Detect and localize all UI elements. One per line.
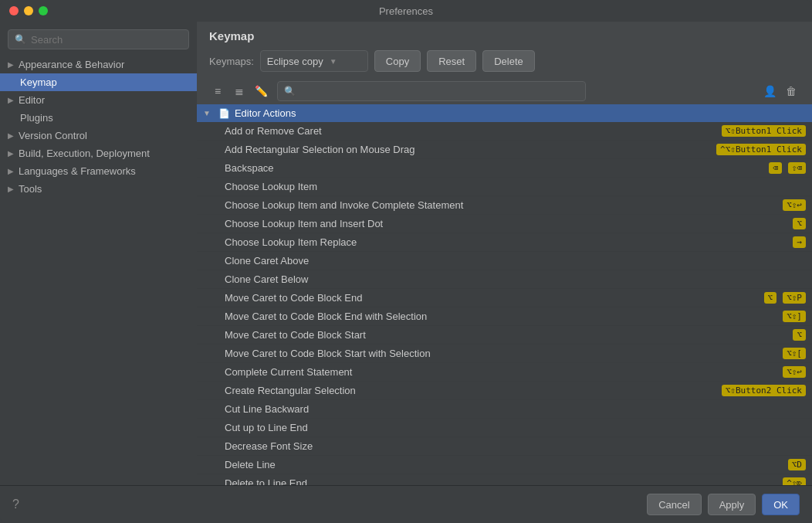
shortcut-group: ^⇧⌦ bbox=[780, 477, 806, 485]
main-header: Keymap Keymaps: Eclipse copy ▼ Copy Rese… bbox=[197, 22, 812, 78]
table-row[interactable]: Create Rectangular Selection ⌥⇧Button2 C… bbox=[197, 382, 812, 400]
content-area: 🔍 ▶ Appearance & Behavior Keymap ▶ Edito… bbox=[0, 22, 812, 485]
shortcut-search-box[interactable]: 🔍 bbox=[277, 81, 586, 101]
footer: ? Cancel Apply OK bbox=[0, 485, 812, 523]
arrow-icon: ▶ bbox=[8, 185, 14, 193]
trash-icon[interactable]: 🗑 bbox=[783, 83, 800, 100]
sidebar-item-vcs[interactable]: ▶ Version Control bbox=[0, 127, 197, 144]
sidebar-item-plugins[interactable]: Plugins bbox=[0, 109, 197, 127]
table-row[interactable]: Choose Lookup Item Replace → bbox=[197, 233, 812, 252]
copy-button[interactable]: Copy bbox=[374, 50, 421, 72]
shortcut-badge: ⌥D bbox=[788, 459, 806, 470]
maximize-button[interactable] bbox=[39, 6, 48, 15]
shortcut-group: ^⌥⇧Button1 Click bbox=[713, 144, 806, 155]
shortcut-badge: ^⌥⇧Button1 Click bbox=[716, 144, 806, 155]
table-row[interactable]: Move Caret to Code Block Start ⌥ bbox=[197, 326, 812, 345]
arrow-icon: ▶ bbox=[8, 149, 14, 158]
keymap-table[interactable]: ▼ 📄 Editor Actions Add or Remove Caret ⌥… bbox=[197, 104, 812, 485]
sidebar-item-label: Version Control bbox=[19, 130, 87, 141]
table-row[interactable]: Add or Remove Caret ⌥⇧Button1 Click bbox=[197, 122, 812, 141]
sidebar-item-languages[interactable]: ▶ Languages & Frameworks bbox=[0, 162, 197, 180]
shortcut-group: ⌥⇧Button2 Click bbox=[719, 385, 806, 396]
sidebar-item-appearance[interactable]: ▶ Appearance & Behavior bbox=[0, 56, 197, 73]
shortcut-badge: ⌥⇧Button1 Click bbox=[722, 125, 806, 137]
section-title: Editor Actions bbox=[235, 107, 296, 119]
window-title: Preferences bbox=[379, 5, 433, 17]
cancel-button[interactable]: Cancel bbox=[647, 494, 701, 515]
titlebar: Preferences bbox=[0, 0, 812, 22]
delete-button[interactable]: Delete bbox=[482, 50, 535, 72]
table-row[interactable]: Delete to Line End ^⇧⌦ bbox=[197, 474, 812, 485]
edit-shortcut-button[interactable]: ✏️ bbox=[252, 83, 269, 100]
table-row[interactable]: Add Rectangular Selection on Mouse Drag … bbox=[197, 141, 812, 159]
table-row[interactable]: Delete Line ⌥D bbox=[197, 456, 812, 474]
sidebar-item-label: Appearance & Behavior bbox=[19, 59, 124, 70]
window: Preferences 🔍 ▶ Appearance & Behavior Ke… bbox=[0, 0, 812, 523]
shortcut-group: ⌥ bbox=[790, 218, 806, 229]
close-button[interactable] bbox=[9, 6, 19, 15]
shortcut-badge: → bbox=[793, 236, 806, 248]
sidebar-item-tools[interactable]: ▶ Tools bbox=[0, 180, 197, 198]
table-row[interactable]: Move Caret to Code Block Start with Sele… bbox=[197, 345, 812, 363]
dropdown-arrow-icon: ▼ bbox=[330, 57, 337, 66]
shortcut-badge: ⌥⇧Button2 Click bbox=[722, 385, 806, 396]
shortcut-group: ⌥⇧[ bbox=[780, 348, 806, 359]
toolbar-right-icons: 👤 🗑 bbox=[761, 83, 800, 100]
table-row[interactable]: Choose Lookup Item and Invoke Complete S… bbox=[197, 196, 812, 215]
expand-all-button[interactable]: ≡ bbox=[209, 83, 226, 100]
sidebar-item-build[interactable]: ▶ Build, Execution, Deployment bbox=[0, 144, 197, 162]
help-button[interactable]: ? bbox=[12, 498, 19, 511]
shortcut-badge: ⌥⇧] bbox=[783, 311, 806, 322]
sidebar-item-editor[interactable]: ▶ Editor bbox=[0, 91, 197, 109]
editor-actions-icon: 📄 bbox=[218, 108, 230, 119]
sidebar-search-box[interactable]: 🔍 bbox=[8, 29, 189, 49]
search-icon: 🔍 bbox=[15, 34, 26, 45]
shortcut-group: ⌫ ⇧⌫ bbox=[766, 162, 806, 174]
table-row[interactable]: Decrease Font Size bbox=[197, 437, 812, 456]
shortcut-search-input[interactable] bbox=[299, 86, 579, 97]
table-row[interactable]: Move Caret to Code Block End ⌥ ⌥⇧P bbox=[197, 289, 812, 307]
shortcut-group: → bbox=[790, 236, 806, 248]
apply-button[interactable]: Apply bbox=[708, 494, 756, 515]
sidebar-item-label: Editor bbox=[19, 94, 45, 106]
shortcut-group: ⌥ bbox=[790, 329, 806, 341]
table-row[interactable]: Choose Lookup Item bbox=[197, 178, 812, 196]
sidebar-item-label: Languages & Frameworks bbox=[19, 165, 136, 177]
shortcut-group: ⌥⇧] bbox=[780, 311, 806, 322]
reset-button[interactable]: Reset bbox=[427, 50, 476, 72]
table-row[interactable]: Clone Caret Above bbox=[197, 252, 812, 270]
table-row[interactable]: Backspace ⌫ ⇧⌫ bbox=[197, 159, 812, 178]
shortcut-group: ⌥⇧↩ bbox=[780, 366, 806, 378]
sidebar-item-label: Tools bbox=[19, 183, 42, 195]
ok-button[interactable]: OK bbox=[762, 494, 800, 515]
sidebar-item-label: Plugins bbox=[20, 112, 53, 124]
shortcut-group: ⌥⇧Button1 Click bbox=[719, 125, 806, 137]
minimize-button[interactable] bbox=[24, 6, 33, 15]
sidebar-search-input[interactable] bbox=[31, 34, 182, 46]
table-row[interactable]: Cut Line Backward bbox=[197, 400, 812, 419]
keymap-dropdown[interactable]: Eclipse copy ▼ bbox=[260, 50, 368, 72]
collapse-all-button[interactable]: ≣ bbox=[231, 83, 248, 100]
keymap-value: Eclipse copy bbox=[267, 56, 323, 67]
tree-section-header: ▼ 📄 Editor Actions bbox=[197, 104, 812, 122]
section-expand-arrow[interactable]: ▼ bbox=[203, 109, 211, 117]
arrow-icon: ▶ bbox=[8, 60, 14, 69]
sidebar-item-keymap[interactable]: Keymap bbox=[0, 73, 197, 91]
shortcut-badge: ⌥⇧P bbox=[783, 292, 806, 304]
table-row[interactable]: Cut up to Line End bbox=[197, 419, 812, 437]
table-row[interactable]: Choose Lookup Item and Insert Dot ⌥ bbox=[197, 215, 812, 233]
shortcut-badge: ⌫ bbox=[769, 162, 782, 174]
arrow-icon: ▶ bbox=[8, 167, 14, 175]
table-row[interactable]: Complete Current Statement ⌥⇧↩ bbox=[197, 363, 812, 382]
shortcut-badge: ⌥⇧↩ bbox=[783, 366, 806, 378]
shortcut-group: ⌥ ⌥⇧P bbox=[761, 292, 807, 304]
user-icon[interactable]: 👤 bbox=[761, 83, 778, 100]
sidebar-item-label: Keymap bbox=[20, 76, 57, 88]
shortcut-badge: ⌥ bbox=[764, 292, 777, 304]
shortcut-group: ⌥⇧↩ bbox=[780, 199, 806, 211]
shortcut-badge: ^⇧⌦ bbox=[783, 477, 806, 485]
search-icon: 🔍 bbox=[284, 86, 296, 97]
arrow-icon: ▶ bbox=[8, 131, 14, 140]
table-row[interactable]: Move Caret to Code Block End with Select… bbox=[197, 307, 812, 326]
table-row[interactable]: Clone Caret Below bbox=[197, 270, 812, 289]
